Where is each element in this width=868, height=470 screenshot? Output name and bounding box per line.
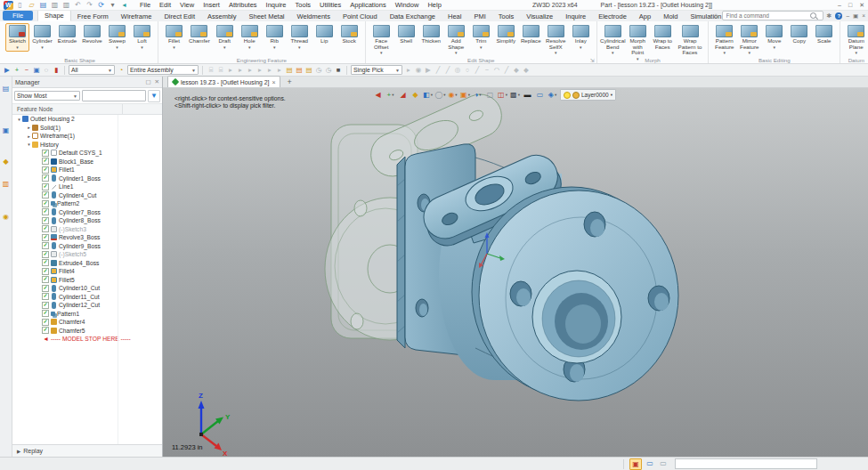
file-tab[interactable]: File <box>3 11 33 20</box>
tree-row[interactable]: ▸Wireframe(1) <box>12 132 162 141</box>
filter-edge-icon[interactable]: ╱ <box>502 65 511 75</box>
feature-checkbox[interactable]: ✓ <box>42 285 49 292</box>
shell-button[interactable]: Shell <box>394 23 418 46</box>
open-file-icon[interactable]: ▱ <box>27 1 37 10</box>
visual-style-icon[interactable]: ◈▾ <box>548 90 557 100</box>
undo-icon[interactable]: ↶ <box>73 1 83 10</box>
filter-all-dropdown[interactable]: All▼ <box>69 65 115 75</box>
save-icon[interactable]: ▤ <box>38 1 48 10</box>
ribbon-tab-visualize[interactable]: Visualize <box>520 12 559 21</box>
resolve-selfx-button[interactable]: Resolve SelfX▾ <box>544 23 568 57</box>
tree-row[interactable]: ✓Pattern2 <box>12 199 162 208</box>
flag-tool-5-icon[interactable]: ▸ <box>265 65 274 75</box>
dropdown-arrow-icon[interactable]: ▾ <box>248 45 251 50</box>
tree-row[interactable]: ✓Extrude4_Boss <box>12 259 162 268</box>
display-mode-icon[interactable]: ▩▾ <box>510 90 520 100</box>
scope-dropdown[interactable]: Entire Assembly▼ <box>127 65 199 75</box>
quick-access-dropdown-icon[interactable]: ▾ <box>108 1 118 10</box>
dropdown-arrow-icon[interactable]: ▾ <box>141 45 143 50</box>
feature-checkbox[interactable]: ✓ <box>42 183 49 190</box>
tree-row[interactable]: ✓Block1_Base <box>12 158 162 166</box>
help-icon[interactable]: ? <box>835 12 842 20</box>
filter-line-icon[interactable]: ╱ <box>434 65 442 75</box>
layer-dropdown[interactable]: Layer0000▾ <box>560 89 616 101</box>
maximize-window-icon[interactable]: □ <box>848 0 852 10</box>
filter-arc-icon[interactable]: ◠ <box>492 65 501 75</box>
plot-icon[interactable]: ▥ <box>61 1 71 10</box>
menu-insert[interactable]: Insert <box>199 0 224 10</box>
feature-checkbox[interactable]: ✓ <box>42 191 49 199</box>
section-view-icon[interactable]: ◑▾ <box>473 90 483 100</box>
dropdown-arrow-icon[interactable]: ▾ <box>856 51 858 55</box>
drag-orient-icon[interactable]: +▾ <box>385 90 395 100</box>
cylindrical-bend-button[interactable]: Cylindrical Bend▾ <box>601 23 625 57</box>
window-select-icon[interactable]: ▣ <box>32 65 41 75</box>
dropdown-arrow-icon[interactable]: ▾ <box>298 45 301 50</box>
hole-button[interactable]: Hole▾ <box>238 23 262 52</box>
lip-button[interactable]: Lip <box>312 23 337 46</box>
thicken-button[interactable]: Thicken <box>419 23 443 46</box>
feature-checkbox[interactable]: ✓ <box>42 174 49 182</box>
dropdown-arrow-icon[interactable]: ▾ <box>455 93 457 97</box>
filter-ellipse-icon[interactable]: ○ <box>463 65 472 75</box>
menu-applications[interactable]: Applications <box>345 0 390 10</box>
feature-checkbox[interactable]: ✓ <box>42 293 49 300</box>
filter-run-icon[interactable]: ▶ <box>424 65 433 75</box>
menu-file[interactable]: File <box>135 0 155 10</box>
dropdown-arrow-icon[interactable]: ▾ <box>16 45 19 50</box>
tree-row[interactable]: ◄----- MODEL STOP HERE ----- <box>12 335 162 344</box>
tree-row[interactable]: ✓(-)Sketch3 <box>12 225 162 234</box>
exit-sketch-icon[interactable]: ◀ <box>373 90 383 100</box>
ribbon-tab-sheet-metal[interactable]: Sheet Metal <box>243 12 291 21</box>
tree-row[interactable]: ✓Cylinder10_Cut <box>12 284 162 293</box>
doc-minimize-icon[interactable]: – <box>846 12 849 20</box>
tree-search-input[interactable] <box>82 90 146 101</box>
tree-caret-icon[interactable]: ▸ <box>26 134 32 139</box>
ribbon-tab-tools[interactable]: Tools <box>492 12 521 21</box>
tree-row[interactable]: ✓Chamfer4 <box>12 318 162 327</box>
doc-restore-icon[interactable]: ▣ <box>853 12 858 20</box>
render-settings-icon[interactable]: ◉▾ <box>448 90 458 100</box>
settings-gear-icon[interactable]: ✱ <box>827 12 832 20</box>
feature-checkbox[interactable]: ✓ <box>42 166 49 174</box>
redo-icon[interactable]: ↷ <box>85 1 94 10</box>
face-offset-button[interactable]: Face Offset▾ <box>369 23 393 57</box>
inlay-button[interactable]: Inlay▾ <box>569 23 593 52</box>
dropdown-arrow-icon[interactable]: ▾ <box>555 93 556 97</box>
menu-window[interactable]: Window <box>391 0 424 10</box>
edge-display-icon[interactable]: ▬ <box>523 90 532 100</box>
ribbon-tab-point-cloud[interactable]: Point Cloud <box>337 12 384 21</box>
dropdown-arrow-icon[interactable]: ▾ <box>116 45 118 50</box>
cylinder-button[interactable]: Cylinder▾ <box>30 23 54 52</box>
back-icon[interactable]: ◂ <box>119 1 129 10</box>
zoom-window-icon[interactable]: ▢ <box>485 90 495 100</box>
tree-row[interactable]: ▾Outlet Housing 2 <box>12 115 162 124</box>
visual-manager-icon[interactable]: ◆ <box>1 157 11 166</box>
thread-button[interactable]: Thread▾ <box>288 23 312 52</box>
dropdown-arrow-icon[interactable]: ▾ <box>173 45 175 50</box>
dropdown-arrow-icon[interactable]: ▾ <box>380 51 383 55</box>
shade-mode-icon[interactable]: ◆ <box>410 90 420 100</box>
flag-tool-1-icon[interactable]: ▸ <box>226 65 235 75</box>
history-clock-2-icon[interactable]: ◷ <box>324 65 333 75</box>
tree-row[interactable]: ✓Line1 <box>12 182 162 191</box>
filter-face-2-icon[interactable]: ◆ <box>522 65 531 75</box>
paintbrush-icon[interactable]: ◢ <box>398 90 408 100</box>
replay-bar[interactable]: ▶ Replay <box>12 444 162 457</box>
mirror-feature-button[interactable]: Mirror Feature▾ <box>737 23 761 57</box>
feature-checkbox[interactable]: ✓ <box>42 234 49 241</box>
ribbon-tab-wireframe[interactable]: Wireframe <box>115 12 158 21</box>
tree-row[interactable]: ✓Cylinder12_Cut <box>12 301 162 310</box>
dropdown-arrow-icon[interactable]: ▾ <box>518 93 520 97</box>
add-to-selection-icon[interactable]: + <box>12 65 21 75</box>
revolve-button[interactable]: Revolve <box>80 23 104 46</box>
print-icon[interactable]: ▥ <box>50 1 60 10</box>
ribbon-tab-assembly[interactable]: Assembly <box>201 12 243 21</box>
tree-row[interactable]: ✓Cylinder1_Boss <box>12 174 162 183</box>
tree-row[interactable]: ✓Fillet4 <box>12 267 162 276</box>
menu-attributes[interactable]: Attributes <box>224 0 262 10</box>
pick-mode-dropdown[interactable]: Single Pick▼ <box>351 65 402 75</box>
tree-row[interactable]: ✓Cylinder7_Boss <box>12 208 162 217</box>
loft-button[interactable]: Loft▾ <box>130 23 154 52</box>
dropdown-arrow-icon[interactable]: ▾ <box>749 51 751 55</box>
